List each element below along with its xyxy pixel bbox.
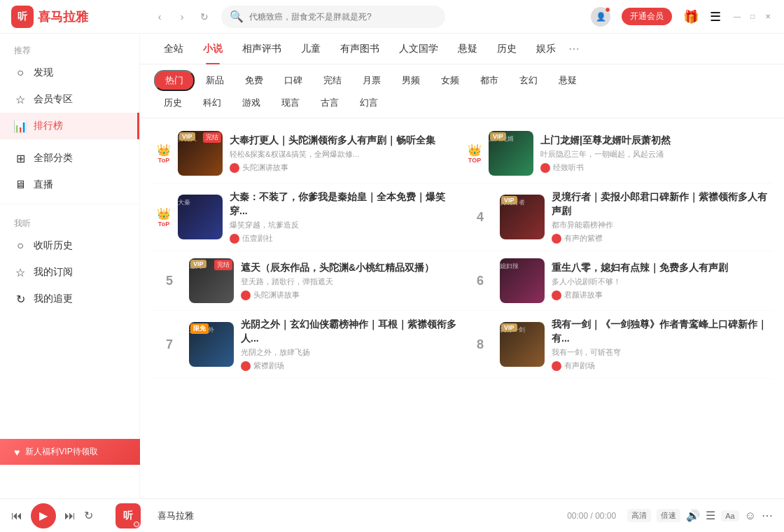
tab-humanities[interactable]: 人文国学 [389, 34, 448, 64]
rank-item-1[interactable]: 👑 ToP 打更人 VIP 完结 大奉打更人｜头陀渊领衔多人有声剧｜畅听全集 轻… [151, 124, 462, 183]
live-icon: 🖥 [14, 178, 27, 191]
tab-entertainment[interactable]: 娱乐 [526, 34, 566, 64]
author-avatar-1 [230, 163, 239, 173]
rank-desc-8: 我有一剑，可斩苍穹 [552, 347, 767, 358]
tag-monthly[interactable]: 月票 [353, 71, 391, 90]
rank-author-2: 经致听书 [540, 162, 767, 173]
sub-nav-row1: 热门 新品 免费 口碑 完结 月票 男频 女频 都市 玄幻 悬疑 [140, 64, 784, 92]
sidebar-item-rankings[interactable]: 📊 排行榜 [0, 113, 139, 139]
more-tabs-icon[interactable]: ⋯ [568, 42, 580, 55]
play-button[interactable]: ▶ [31, 503, 56, 528]
menu-icon[interactable]: ☰ [710, 9, 721, 24]
sidebar-item-label: 排行榜 [34, 120, 63, 132]
rank-item-2[interactable]: 👑 TOP 上门龙婿 VIP 上门龙婿|至尊龙婿叶辰萧初然 叶辰隐忍三年，一朝崛… [462, 124, 773, 183]
rank-cover-wrapper-2: 上门龙婿 VIP [489, 131, 533, 176]
forward-button[interactable]: › [174, 8, 190, 25]
vip-badge-5: VIP [190, 260, 206, 268]
sidebar-item-following[interactable]: ↻ 我的追更 [0, 286, 139, 312]
rank-item-3[interactable]: 👑 ToP 大秦 大秦：不装了，你爹我是秦始皇｜全本免费｜爆笑穿... 爆笑穿越… [151, 183, 462, 251]
sidebar-item-history[interactable]: ○ 收听历史 [0, 232, 139, 259]
sidebar-item-all-categories[interactable]: ⊞ 全部分类 [0, 145, 139, 172]
gift-icon[interactable]: 🎁 [683, 9, 699, 24]
quality-button[interactable]: 高清 [627, 509, 651, 522]
author-avatar-4 [552, 234, 561, 244]
refresh-button[interactable]: ↻ [196, 8, 213, 25]
tag-contemporary[interactable]: 现言 [272, 94, 309, 112]
tag-ancient[interactable]: 古言 [311, 94, 349, 112]
tag-game[interactable]: 游戏 [232, 94, 270, 112]
tag-fantasy[interactable]: 玄幻 [510, 71, 547, 90]
next-button[interactable]: ⏭ [64, 510, 76, 522]
search-bar[interactable]: 🔍 [221, 6, 445, 28]
tag-reputation[interactable]: 口碑 [274, 71, 312, 90]
player-right-controls: 高清 倍速 🔊 ☰ Aa ☺ ⋯ [627, 509, 773, 522]
tag-history2[interactable]: 历史 [154, 94, 192, 112]
emoji-icon[interactable]: ☺ [745, 510, 756, 522]
rank-title-3: 大秦：不装了，你爹我是秦始皇｜全本免费｜爆笑穿... [230, 190, 456, 218]
tag-suspense[interactable]: 悬疑 [549, 71, 587, 90]
tag-male[interactable]: 男频 [392, 71, 430, 90]
tag-female[interactable]: 女频 [431, 71, 469, 90]
rank-item-4[interactable]: 4 灵境行者 VIP 灵境行者｜卖报小郎君口碑新作｜紫襟领衔多人有声剧 都市异能… [462, 183, 773, 251]
sidebar-item-label: 全部分类 [34, 152, 73, 164]
sidebar-item-discover[interactable]: ○ 发现 [0, 59, 139, 86]
player-time: 00:00 / 00:00 [567, 511, 616, 521]
subscriptions-icon: ☆ [14, 266, 27, 279]
sidebar-item-label: 收听历史 [34, 239, 73, 252]
rank-author-1: 头陀渊讲故事 [230, 162, 456, 173]
tab-crosstalk[interactable]: 相声评书 [232, 34, 291, 64]
rank-title-2: 上门龙婿|至尊龙婿叶辰萧初然 [540, 134, 767, 148]
prev-button[interactable]: ⏮ [11, 510, 22, 522]
player-controls: ⏮ ▶ ⏭ ↻ [11, 503, 93, 528]
rank-item-6[interactable]: 6 媳妇辣 重生八零，媳妇有点辣｜免费多人有声剧 多人小说剧听不够！ 君颜讲故事 [462, 251, 773, 311]
close-button[interactable]: ✕ [763, 12, 773, 22]
list-icon[interactable]: ☰ [706, 509, 715, 522]
tab-novel[interactable]: 小说 [193, 34, 232, 64]
sidebar-item-live[interactable]: 🖥 直播 [0, 172, 139, 198]
tag-free[interactable]: 免费 [235, 71, 273, 90]
rank-item-5[interactable]: 5 遮天 VIP 完结 遮天（辰东作品，头陀渊&小桃红精品双播） 登天路，踏歌行… [151, 251, 462, 311]
tag-urban[interactable]: 都市 [470, 71, 508, 90]
volume-icon[interactable]: 🔊 [686, 509, 700, 522]
speed-button[interactable]: 倍速 [657, 509, 680, 522]
window-controls: — □ ✕ [732, 12, 773, 22]
tag-finished[interactable]: 完结 [314, 71, 351, 90]
tag-scifi[interactable]: 科幻 [193, 94, 231, 112]
menu-player-icon[interactable]: ⋯ [762, 509, 773, 522]
tab-audiobook[interactable]: 有声图书 [330, 34, 389, 64]
new-user-banner[interactable]: ♥ 新人福利VIP待领取 [0, 439, 140, 465]
rank-badge-3: 👑 ToP [157, 207, 171, 227]
rank-desc-6: 多人小说剧听不够！ [552, 276, 767, 287]
sidebar-item-subscriptions[interactable]: ☆ 我的订阅 [0, 259, 139, 286]
tag-new[interactable]: 新品 [196, 71, 234, 90]
minimize-button[interactable]: — [732, 12, 742, 22]
rank-cover-6: 媳妇辣 [500, 258, 545, 303]
tab-all[interactable]: 全站 [154, 34, 193, 64]
font-button[interactable]: Aa [721, 510, 738, 522]
rank-cover-wrapper-3: 大秦 [178, 195, 223, 239]
rank-num-4: 4 [468, 210, 493, 225]
tab-history[interactable]: 历史 [487, 34, 526, 64]
rank-num-6: 6 [468, 274, 493, 288]
sidebar-item-vip[interactable]: ☆ 会员专区 [0, 86, 139, 113]
author-avatar-6 [552, 290, 561, 300]
avatar[interactable]: 👤 [591, 7, 610, 27]
tab-mystery[interactable]: 悬疑 [448, 34, 487, 64]
author-name-6: 君颜讲故事 [564, 290, 603, 300]
maximize-button[interactable]: □ [748, 12, 757, 22]
back-button[interactable]: ‹ [151, 8, 168, 25]
rankings-grid: 👑 ToP 打更人 VIP 完结 大奉打更人｜头陀渊领衔多人有声剧｜畅听全集 轻… [140, 118, 784, 384]
discover-icon: ○ [14, 66, 27, 79]
tag-fantasy2[interactable]: 幻言 [350, 94, 388, 112]
rank-item-8[interactable]: 8 我有一剑 VIP 我有一剑｜《一剑独尊》作者青鸾峰上口碑新作｜有... 我有… [462, 311, 773, 379]
tab-children[interactable]: 儿童 [291, 34, 330, 64]
member-button[interactable]: 开通会员 [622, 8, 672, 25]
top-nav: 全站 小说 相声评书 儿童 有声图书 人文国学 悬疑 历史 娱乐 ⋯ [140, 34, 784, 64]
vip-badge-2: VIP [490, 132, 506, 141]
search-input[interactable] [249, 12, 437, 22]
tag-hot[interactable]: 热门 [154, 70, 195, 91]
limited-badge-7: 限免 [190, 323, 209, 334]
sidebar-nav: 推荐 ○ 发现 ☆ 会员专区 📊 排行榜 ⊞ 全部分类 🖥 直播 [0, 34, 139, 498]
rank-item-7[interactable]: 7 光阴之外 限免 光阴之外｜玄幻仙侠霸榜神作｜耳根｜紫襟领衔多人... 光阴之… [151, 311, 462, 379]
refresh-button-player[interactable]: ↻ [84, 509, 93, 522]
